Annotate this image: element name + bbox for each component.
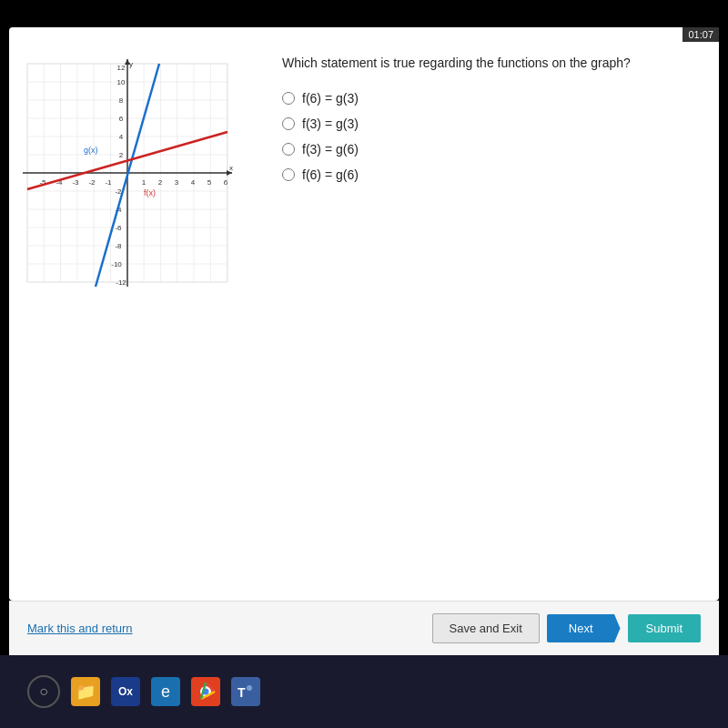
svg-text:4: 4 [191, 178, 196, 187]
svg-text:2: 2 [158, 178, 163, 187]
next-button[interactable]: Next [547, 614, 621, 642]
button-group: Save and Exit Next Submit [432, 613, 701, 643]
svg-text:x: x [229, 164, 233, 172]
svg-text:-6: -6 [115, 224, 122, 232]
svg-text:-2: -2 [88, 178, 96, 187]
question-text: Which statement is true regarding the fu… [282, 55, 710, 73]
svg-text:y: y [129, 60, 133, 68]
svg-text:6: 6 [224, 178, 228, 187]
question-area: Which statement is true regarding the fu… [282, 46, 710, 182]
submit-button[interactable]: Submit [628, 614, 701, 642]
svg-text:1: 1 [142, 178, 147, 187]
edge-icon[interactable]: e [151, 677, 180, 706]
search-taskbar-icon[interactable]: ○ [27, 675, 60, 708]
graph-container: -5 -4 -3 -2 -1 1 2 3 4 5 6 x 10 8 6 4 2 … [18, 46, 255, 295]
save-exit-button[interactable]: Save and Exit [432, 613, 540, 643]
content-area: -5 -4 -3 -2 -1 1 2 3 4 5 6 x 10 8 6 4 2 … [18, 46, 710, 655]
svg-text:g(x): g(x) [84, 146, 98, 155]
svg-text:6: 6 [119, 115, 124, 123]
svg-text:-10: -10 [111, 260, 122, 268]
svg-text:5: 5 [207, 178, 212, 187]
option-radio-1[interactable] [282, 92, 295, 105]
svg-text:3: 3 [175, 178, 179, 187]
svg-text:2: 2 [119, 151, 124, 159]
list-item: f(3) = g(3) [282, 116, 710, 131]
mark-return-link[interactable]: Mark this and return [27, 622, 133, 635]
svg-text:f(x): f(x) [144, 188, 156, 197]
option-label-3: f(3) = g(6) [302, 142, 359, 157]
list-item: f(3) = g(6) [282, 142, 710, 157]
option-radio-4[interactable] [282, 168, 295, 181]
list-item: f(6) = g(6) [282, 167, 710, 182]
coordinate-graph: -5 -4 -3 -2 -1 1 2 3 4 5 6 x 10 8 6 4 2 … [18, 55, 237, 291]
svg-text:-3: -3 [72, 178, 79, 187]
teams-icon[interactable]: T [231, 677, 260, 706]
bottom-bar: Mark this and return Save and Exit Next … [9, 601, 719, 655]
svg-text:T: T [238, 685, 246, 700]
option-label-1: f(6) = g(3) [302, 91, 359, 106]
svg-text:12: 12 [117, 64, 126, 72]
svg-point-65 [247, 685, 252, 691]
list-item: f(6) = g(3) [282, 91, 710, 106]
time-display: 01:07 [682, 27, 719, 42]
svg-text:4: 4 [119, 133, 124, 141]
svg-text:-1: -1 [105, 178, 112, 187]
option-radio-3[interactable] [282, 143, 295, 156]
svg-text:-8: -8 [115, 242, 122, 250]
taskbar: ○ 📁 Ox e T [0, 655, 728, 728]
chrome-icon[interactable] [191, 677, 220, 706]
svg-text:-12: -12 [116, 278, 126, 287]
option-label-2: f(3) = g(3) [302, 116, 359, 131]
svg-text:10: 10 [117, 78, 126, 86]
option-radio-2[interactable] [282, 117, 295, 130]
file-explorer-icon[interactable]: 📁 [71, 677, 100, 706]
option-label-4: f(6) = g(6) [302, 167, 359, 182]
outlook-icon[interactable]: Ox [111, 677, 140, 706]
svg-text:8: 8 [119, 96, 124, 105]
options-list: f(6) = g(3) f(3) = g(3) f(3) = g(6) f(6)… [282, 91, 710, 182]
